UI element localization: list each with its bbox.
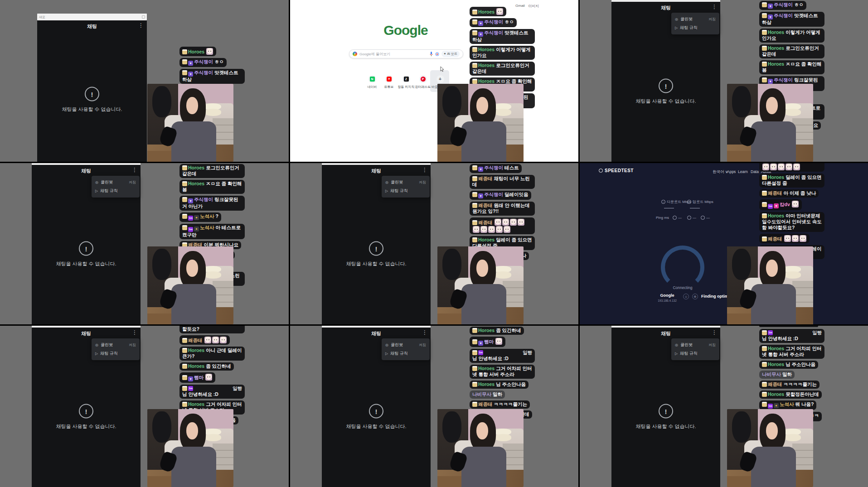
google-search-input[interactable]: +Google에 물어보기✦AI 모드 bbox=[349, 49, 463, 58]
kebab-menu-icon[interactable]: ⋮ bbox=[138, 22, 144, 29]
menu-item-cleanbot[interactable]: ◎클린봇켜짐 bbox=[671, 341, 719, 349]
kebab-menu-icon[interactable]: ⋮ bbox=[422, 329, 427, 336]
menu-item-cleanbot[interactable]: ◎클린봇켜짐 bbox=[92, 341, 140, 349]
beer-mug-badge bbox=[472, 30, 477, 35]
alert-circle-icon: ! bbox=[659, 404, 673, 419]
kebab-menu-icon[interactable]: ⋮ bbox=[132, 329, 137, 336]
chat-username: 쾌종태 bbox=[768, 236, 782, 241]
ping-value-placeholder: — bbox=[706, 216, 710, 220]
backpack bbox=[152, 411, 171, 443]
nav-item[interactable]: Apps bbox=[727, 169, 736, 174]
shortcut-label: 유튜브 bbox=[380, 85, 398, 89]
beer-mug-badge bbox=[472, 19, 477, 24]
frame-cell-6-chat: 채팅⋮◎클린봇켜짐▷채팅 규칙!채팅을 사용할 수 없습니다.어서 인터넷도 속… bbox=[0, 326, 289, 487]
chat-overlay: Horoes♥주식쟁이ㅎㅇ♥주식쟁이맛겟테스트하삼 bbox=[179, 47, 247, 86]
ping-dot-icon bbox=[701, 216, 705, 220]
beer-mug-badge bbox=[762, 2, 767, 7]
streamer-face bbox=[766, 260, 778, 277]
backpack bbox=[152, 86, 171, 117]
emote-icon bbox=[778, 164, 785, 170]
chat-panel: 채팅⋮!채팅을 사용할 수 없습니다. bbox=[37, 20, 147, 162]
beer-mug-badge bbox=[472, 63, 477, 68]
menu-item-chat-rules[interactable]: ▷채팅 규칙 bbox=[671, 24, 719, 32]
chat-bubble: Horoes이렇게가 어떻게인가요 bbox=[759, 29, 824, 43]
ping-metric-2: — bbox=[701, 216, 710, 220]
streamer-webcam bbox=[727, 409, 813, 487]
beer-mug-badge bbox=[182, 402, 187, 407]
emote-icon bbox=[784, 235, 791, 242]
shortcut-pinterest[interactable]: P핀터레스트 bbox=[414, 75, 432, 89]
chat-bubble: 1m✦노석사뭐 나옴? bbox=[759, 400, 816, 410]
menu-item-label: 채팅 규칙 bbox=[390, 351, 408, 357]
browser-bar-strip bbox=[322, 326, 431, 328]
menu-item-chat-rules[interactable]: ▷채팅 규칙 bbox=[382, 187, 430, 195]
emote-icon bbox=[762, 164, 769, 170]
pillow bbox=[205, 109, 221, 116]
emote-icon bbox=[504, 226, 510, 233]
chat-bubble: ♥주식쟁이맛겟테스트하삼 bbox=[470, 29, 535, 44]
chat-username: 주식쟁이 bbox=[194, 59, 213, 64]
menu-item-chat-rules[interactable]: ▷채팅 규칙 bbox=[382, 349, 430, 358]
cleanbot-icon: ◎ bbox=[385, 343, 388, 347]
kebab-menu-icon[interactable]: ⋮ bbox=[132, 167, 137, 173]
kebab-menu-icon[interactable]: ⋮ bbox=[712, 329, 717, 336]
shortcut-chzzk[interactable]: Z정통 치지직 bbox=[398, 75, 415, 89]
chat-username: Horoes bbox=[768, 174, 784, 180]
chat-message-text: 님 안녕하세요 :D bbox=[762, 336, 822, 342]
chat-username: Horoes bbox=[768, 45, 784, 51]
alert-circle-icon: ! bbox=[79, 241, 93, 256]
chat-overlay: Horoes좀 있긴하네♥뻠마1m일빵님 안녕하세요 :DHoroes그거 어차… bbox=[470, 327, 537, 420]
frame-cell-8-chat: 채팅⋮◎클린봇켜짐▷채팅 규칙!채팅을 사용할 수 없습니다.1m일빵님 안녕하… bbox=[580, 326, 868, 487]
beer-mug-badge bbox=[182, 49, 187, 54]
beer-mug-badge bbox=[472, 47, 477, 52]
emote-icon bbox=[800, 235, 806, 242]
chat-bubble: 어서 인터넷도 속도 함 봐야할듯요? bbox=[179, 326, 245, 333]
chat-unavailable-text: 채팅을 사용할 수 없습니다. bbox=[611, 423, 720, 430]
chat-bubble: Horoes못할정돈아닌데 bbox=[759, 391, 822, 399]
menu-item-cleanbot[interactable]: ◎클린봇켜짐 bbox=[92, 178, 140, 187]
emote-icon bbox=[496, 226, 503, 233]
globe-icon[interactable]: ⊕ bbox=[692, 294, 698, 299]
lens-camera-icon[interactable] bbox=[435, 50, 439, 58]
chat-unavailable-state: !채팅을 사용할 수 없습니다. bbox=[32, 404, 141, 430]
nav-item[interactable]: 한국어 ∨ bbox=[713, 169, 728, 175]
kebab-menu-icon[interactable]: ⋮ bbox=[712, 4, 717, 10]
shortcut-naver[interactable]: N네이버 bbox=[364, 75, 381, 89]
ai-mode-button[interactable]: ✦AI 모드 bbox=[441, 51, 460, 57]
chat-username: 뻠마 bbox=[194, 375, 204, 380]
kebab-menu-icon[interactable]: ⋮ bbox=[422, 167, 427, 173]
beer-mug-badge bbox=[182, 375, 187, 380]
shortcut-youtube[interactable]: 유튜브 bbox=[380, 75, 398, 89]
emote-icon bbox=[792, 235, 799, 242]
cleanbot-state: 켜짐 bbox=[129, 180, 136, 185]
shortcut-label: 네이버 bbox=[364, 85, 381, 89]
cleanbot-icon: ◎ bbox=[385, 180, 388, 184]
menu-item-chat-rules[interactable]: ▷채팅 규칙 bbox=[92, 349, 140, 358]
nav-item[interactable]: Learn bbox=[738, 169, 748, 174]
chat-message-text: 뭐 나옴? bbox=[795, 401, 814, 407]
menu-item-chat-rules[interactable]: ▷채팅 규칙 bbox=[92, 187, 140, 195]
menu-item-chat-rules[interactable]: ▷채팅 규칙 bbox=[671, 349, 719, 358]
menu-item-cleanbot[interactable]: ◎클린봇켜짐 bbox=[382, 341, 430, 349]
download-value-placeholder bbox=[664, 208, 674, 208]
streamer-webcam bbox=[437, 409, 524, 487]
chat-bubble: ♥주식쟁이맛겟테스트하삼 bbox=[179, 69, 245, 84]
1m-badge: 1m bbox=[768, 404, 773, 409]
chat-panel-title: 채팅 bbox=[322, 168, 431, 174]
donor-name-label: 일빵 bbox=[812, 330, 822, 336]
beer-mug-badge bbox=[472, 237, 477, 242]
speedtest-brand-text: SPEEDTEST bbox=[605, 168, 634, 173]
chat-bubble: Horoes로그인오류인거같은데 bbox=[759, 44, 824, 58]
nav-item[interactable]: Data bbox=[751, 169, 759, 174]
menu-item-cleanbot[interactable]: ◎클린봇켜짐 bbox=[671, 15, 719, 24]
chat-message-text: ㅎㅇ bbox=[504, 19, 514, 24]
browser-bar-strip bbox=[32, 326, 141, 328]
chat-message-text: 아 이제 좀 낫나 bbox=[784, 190, 816, 196]
beer-mug-badge bbox=[182, 386, 187, 391]
browser-address-bar[interactable]: 새로 bbox=[37, 14, 147, 20]
menu-item-cleanbot[interactable]: ◎클린봇켜짐 bbox=[382, 178, 430, 187]
streamer-face bbox=[476, 97, 489, 114]
shortcut-icon-circle: N bbox=[369, 75, 376, 83]
beer-mug-badge bbox=[472, 192, 477, 197]
mic-icon[interactable] bbox=[430, 50, 433, 58]
